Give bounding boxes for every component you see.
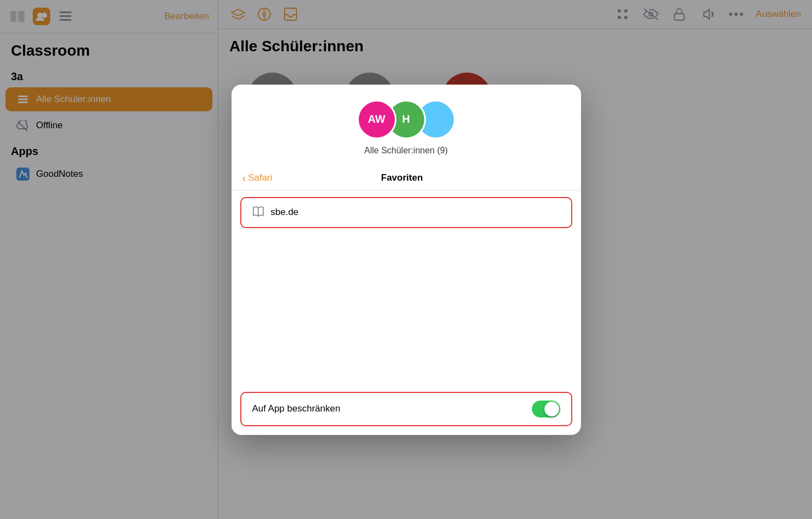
modal-url-row[interactable]: sbe.de: [240, 197, 572, 228]
modal-header: AW H Alle Schüler:innen (9): [232, 85, 581, 166]
modal-avatar-h-initials: H: [402, 113, 410, 126]
toggle-knob: [544, 402, 559, 416]
restrict-app-toggle[interactable]: [532, 401, 560, 417]
modal-url-text: sbe.de: [271, 207, 299, 218]
modal-nav: ‹ Safari Favoriten: [232, 166, 581, 190]
book-open-icon: [252, 206, 264, 219]
modal-content-area: [232, 228, 581, 392]
modal-avatar-aw-initials: AW: [368, 113, 385, 126]
modal-footer: Auf App beschränken: [240, 392, 572, 426]
modal-back-button[interactable]: ‹ Safari: [242, 172, 272, 184]
modal-dialog: AW H Alle Schüler:innen (9) ‹ Safari Fav…: [232, 85, 581, 435]
restrict-app-label: Auf App beschränken: [252, 403, 532, 414]
modal-back-label: Safari: [248, 172, 272, 183]
app-container: Bearbeiten Classroom 3a Alle Schüler:inn…: [0, 0, 812, 519]
modal-nav-title: Favoriten: [272, 172, 532, 183]
modal-avatar-aw: AW: [357, 100, 396, 139]
modal-avatars: AW H: [357, 100, 455, 139]
chevron-left-icon: ‹: [242, 172, 246, 184]
modal-group-name: Alle Schüler:innen (9): [364, 146, 448, 156]
